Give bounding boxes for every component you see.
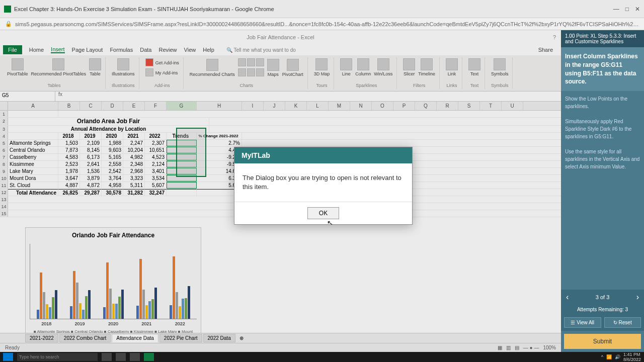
col-header[interactable]: Q — [415, 102, 437, 110]
prev-step-button[interactable]: ‹ — [566, 293, 569, 302]
tab-home[interactable]: Home — [29, 47, 44, 53]
chart-bar — [106, 262, 109, 319]
col-header[interactable]: C — [80, 102, 102, 110]
table-row[interactable]: 5Altamonte Springs1,5032,1091,9882,2472,… — [0, 140, 561, 147]
sparkline-winloss-button[interactable]: Win/Loss — [374, 58, 392, 76]
maximize-icon[interactable]: □ — [625, 6, 629, 13]
chart-bar — [73, 271, 75, 319]
illustrations-button[interactable]: Illustrations — [112, 58, 135, 76]
my-addins-button[interactable]: My Add-ins — [145, 68, 178, 77]
sparkline-line-button[interactable]: Line — [340, 58, 352, 76]
table-button[interactable]: Table — [89, 58, 101, 76]
name-box[interactable]: G5 — [0, 92, 55, 101]
clock[interactable]: 1:41 PM8/6/2022 — [623, 352, 641, 362]
col-header[interactable]: L — [307, 102, 329, 110]
col-header[interactable]: O — [372, 102, 393, 110]
share-button[interactable]: Share — [538, 47, 558, 53]
col-header[interactable]: H — [197, 102, 242, 110]
tell-me-search[interactable]: 🔍 Tell me what you want to do — [226, 47, 296, 53]
chart-icon[interactable] — [256, 58, 264, 66]
add-sheet-button[interactable]: ⊕ — [236, 335, 247, 341]
col-header[interactable]: A — [8, 102, 58, 110]
excel-taskbar-icon[interactable] — [144, 353, 154, 361]
chart-icon[interactable] — [247, 68, 255, 76]
wifi-icon[interactable]: 📶 — [606, 354, 612, 359]
tab-insert[interactable]: Insert — [51, 46, 65, 53]
file-tab[interactable]: File — [3, 45, 22, 54]
maps-button[interactable]: Maps — [267, 59, 279, 77]
chart-bar — [43, 292, 45, 319]
col-header[interactable]: M — [329, 102, 350, 110]
chart-icon[interactable] — [256, 68, 264, 76]
col-header[interactable]: S — [458, 102, 480, 110]
col-header[interactable]: N — [350, 102, 372, 110]
windows-taskbar: Type here to search ^ 📶 🔊 1:41 PM8/6/202… — [0, 352, 644, 362]
col-header[interactable]: J — [264, 102, 285, 110]
volume-icon[interactable]: 🔊 — [615, 354, 620, 359]
sheet-tab[interactable]: 2022 Combo Chart — [59, 334, 111, 342]
col-header[interactable]: K — [285, 102, 307, 110]
reset-button[interactable]: ↻ Reset — [604, 317, 641, 328]
sheet-tab[interactable]: 2022 Data — [203, 334, 235, 342]
chart-icon[interactable] — [247, 58, 255, 66]
minimize-icon[interactable]: — — [613, 6, 619, 13]
sheet-tab[interactable]: 2021-2022 — [25, 334, 58, 342]
zoom-slider[interactable]: — ● — — [523, 345, 539, 350]
tab-help[interactable]: Help — [203, 47, 214, 53]
formula-bar[interactable] — [65, 92, 561, 101]
col-header[interactable]: U — [502, 102, 523, 110]
group-sparklines: Sparklines — [356, 83, 377, 88]
tab-review[interactable]: Review — [158, 47, 177, 53]
recommended-pivottables-button[interactable]: Recommended PivotTables — [31, 58, 87, 76]
tab-data[interactable]: Data — [140, 47, 151, 53]
col-header[interactable]: P — [393, 102, 415, 110]
view-all-button[interactable]: ☰ View All — [564, 317, 601, 328]
chart-icon[interactable] — [238, 58, 246, 66]
text-button[interactable]: Text — [468, 58, 480, 76]
slicer-button[interactable]: Slicer — [403, 58, 415, 76]
chart-icon[interactable] — [238, 68, 246, 76]
col-header[interactable]: B — [58, 102, 80, 110]
pivottable-button[interactable]: PivotTable — [7, 58, 28, 76]
3d-map-button[interactable]: 3D Map — [314, 58, 330, 76]
col-header[interactable]: D — [102, 102, 123, 110]
sheet-tab-active[interactable]: Attendance Data — [112, 334, 158, 342]
col-header[interactable]: T — [480, 102, 502, 110]
dialog-ok-button[interactable]: OK — [307, 207, 339, 219]
get-addins-button[interactable]: Get Add-ins — [145, 58, 179, 67]
instruction-panel: 1.00 Point: XL Step 5.3.3: Insert and Cu… — [561, 30, 644, 352]
col-header[interactable]: I — [242, 102, 264, 110]
fx-icon[interactable]: fx — [55, 92, 65, 101]
view-break-icon[interactable]: ▤ — [515, 345, 519, 350]
explorer-icon[interactable] — [130, 353, 140, 361]
task-view-icon[interactable] — [102, 353, 112, 361]
zoom-level[interactable]: 100% — [543, 345, 556, 350]
col-header[interactable]: F — [145, 102, 167, 110]
tray-chevron-icon[interactable]: ^ — [601, 354, 603, 359]
tab-page-layout[interactable]: Page Layout — [72, 47, 103, 53]
symbols-button[interactable]: Symbols — [491, 58, 509, 76]
col-header[interactable]: R — [437, 102, 458, 110]
edge-icon[interactable] — [116, 353, 126, 361]
col-header[interactable]: G — [167, 102, 197, 110]
tab-view[interactable]: View — [184, 47, 196, 53]
col-header[interactable]: E — [123, 102, 145, 110]
recommended-charts-button[interactable]: Recommended Charts — [190, 59, 235, 77]
embedded-chart[interactable]: Orlando Job Fair Attendance 201820192020… — [25, 227, 201, 338]
close-icon[interactable]: ✕ — [635, 6, 640, 13]
sheet-tab[interactable]: 2022 Pie Chart — [159, 334, 202, 342]
url-bar[interactable]: 🔒 sims5.pegasus.pearsoncmg.com/SIMSServi… — [0, 18, 644, 30]
next-step-button[interactable]: › — [636, 293, 639, 302]
excel-help-icon[interactable]: ? — [553, 34, 556, 40]
pivotchart-button[interactable]: PivotChart — [282, 59, 303, 77]
start-button[interactable] — [3, 353, 13, 361]
chart-bar — [136, 306, 139, 319]
timeline-button[interactable]: Timeline — [418, 58, 435, 76]
tab-formulas[interactable]: Formulas — [110, 47, 133, 53]
sparkline-column-button[interactable]: Column — [355, 58, 371, 76]
view-normal-icon[interactable]: ▦ — [498, 345, 502, 350]
link-button[interactable]: Link — [446, 58, 458, 76]
taskbar-search[interactable]: Type here to search — [17, 353, 98, 361]
submit-button[interactable]: Submit — [564, 334, 641, 349]
view-layout-icon[interactable]: ▥ — [506, 345, 511, 350]
